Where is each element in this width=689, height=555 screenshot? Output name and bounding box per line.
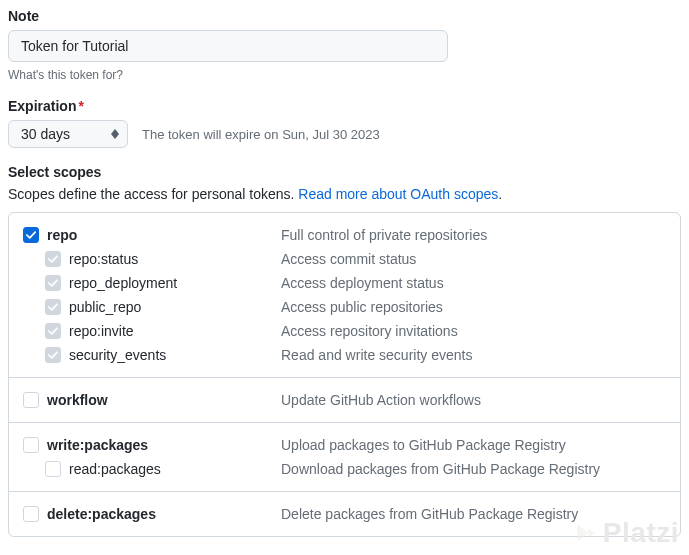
- scope-desc: Full control of private repositories: [281, 227, 487, 243]
- scopes-description: Scopes define the access for personal to…: [8, 186, 681, 202]
- scope-left: public_repo: [45, 299, 281, 315]
- scope-row: write:packagesUpload packages to GitHub …: [23, 433, 666, 457]
- scope-name[interactable]: write:packages: [47, 437, 148, 453]
- scope-left: repo_deployment: [45, 275, 281, 291]
- checkbox-icon[interactable]: [23, 392, 39, 408]
- scope-left: write:packages: [23, 437, 281, 453]
- note-section: Note What's this token for?: [8, 8, 681, 82]
- scope-name[interactable]: repo:status: [69, 251, 138, 267]
- checkbox-icon[interactable]: [45, 461, 61, 477]
- expiration-select[interactable]: 30 days: [8, 120, 128, 148]
- scope-desc: Read and write security events: [281, 347, 472, 363]
- checkbox-icon[interactable]: [45, 251, 61, 267]
- scope-row: delete:packagesDelete packages from GitH…: [23, 502, 666, 526]
- checkbox-icon[interactable]: [45, 347, 61, 363]
- expiration-selected-value: 30 days: [21, 126, 70, 142]
- scope-desc: Upload packages to GitHub Package Regist…: [281, 437, 566, 453]
- checkbox-icon[interactable]: [45, 275, 61, 291]
- scope-group: delete:packagesDelete packages from GitH…: [9, 491, 680, 536]
- checkbox-icon[interactable]: [45, 323, 61, 339]
- scope-left: read:packages: [45, 461, 281, 477]
- checkbox-icon[interactable]: [23, 506, 39, 522]
- scopes-heading: Select scopes: [8, 164, 681, 180]
- scope-row: security_eventsRead and write security e…: [23, 343, 666, 367]
- scope-desc: Access commit status: [281, 251, 416, 267]
- scope-left: delete:packages: [23, 506, 281, 522]
- scopes-desc-prefix: Scopes define the access for personal to…: [8, 186, 298, 202]
- scope-group: repoFull control of private repositories…: [9, 213, 680, 377]
- note-hint: What's this token for?: [8, 68, 681, 82]
- scope-left: repo:status: [45, 251, 281, 267]
- scope-name[interactable]: delete:packages: [47, 506, 156, 522]
- scope-row: repoFull control of private repositories: [23, 223, 666, 247]
- scope-left: repo: [23, 227, 281, 243]
- scope-group: workflowUpdate GitHub Action workflows: [9, 377, 680, 422]
- scope-desc: Access public repositories: [281, 299, 443, 315]
- scope-row: repo_deploymentAccess deployment status: [23, 271, 666, 295]
- scope-name[interactable]: public_repo: [69, 299, 141, 315]
- updown-icon: [111, 129, 119, 139]
- scope-name[interactable]: workflow: [47, 392, 108, 408]
- checkbox-icon[interactable]: [23, 437, 39, 453]
- expiration-section: Expiration* 30 days The token will expir…: [8, 98, 681, 148]
- scopes-desc-suffix: .: [498, 186, 502, 202]
- scope-name[interactable]: security_events: [69, 347, 166, 363]
- scope-row: public_repoAccess public repositories: [23, 295, 666, 319]
- scope-name[interactable]: repo_deployment: [69, 275, 177, 291]
- scope-name[interactable]: repo: [47, 227, 77, 243]
- note-label: Note: [8, 8, 681, 24]
- expiration-note: The token will expire on Sun, Jul 30 202…: [142, 127, 380, 142]
- scopes-section: Select scopes Scopes define the access f…: [8, 164, 681, 202]
- expiration-label-text: Expiration: [8, 98, 76, 114]
- expiration-label: Expiration*: [8, 98, 681, 114]
- scope-desc: Download packages from GitHub Package Re…: [281, 461, 600, 477]
- scope-left: security_events: [45, 347, 281, 363]
- scope-row: repo:inviteAccess repository invitations: [23, 319, 666, 343]
- scope-desc: Access repository invitations: [281, 323, 458, 339]
- required-asterisk: *: [78, 98, 83, 114]
- scope-desc: Access deployment status: [281, 275, 444, 291]
- scope-row: workflowUpdate GitHub Action workflows: [23, 388, 666, 412]
- scope-left: workflow: [23, 392, 281, 408]
- scope-name[interactable]: read:packages: [69, 461, 161, 477]
- scopes-table: repoFull control of private repositories…: [8, 212, 681, 537]
- scope-left: repo:invite: [45, 323, 281, 339]
- checkbox-icon[interactable]: [23, 227, 39, 243]
- scope-group: write:packagesUpload packages to GitHub …: [9, 422, 680, 491]
- checkbox-icon[interactable]: [45, 299, 61, 315]
- scopes-desc-link[interactable]: Read more about OAuth scopes: [298, 186, 498, 202]
- scope-desc: Update GitHub Action workflows: [281, 392, 481, 408]
- note-input[interactable]: [8, 30, 448, 62]
- scope-desc: Delete packages from GitHub Package Regi…: [281, 506, 578, 522]
- scope-row: repo:statusAccess commit status: [23, 247, 666, 271]
- scope-row: read:packagesDownload packages from GitH…: [23, 457, 666, 481]
- scope-name[interactable]: repo:invite: [69, 323, 134, 339]
